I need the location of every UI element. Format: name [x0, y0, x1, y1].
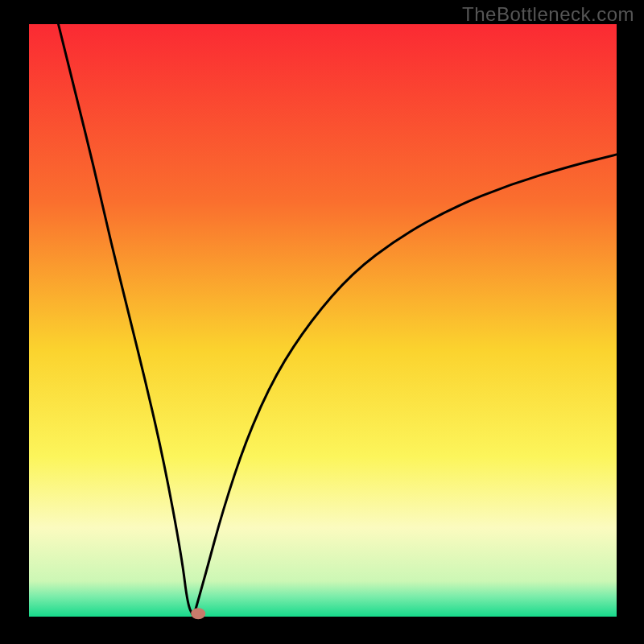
chart-frame: TheBottleneck.com: [0, 0, 644, 644]
watermark-text: TheBottleneck.com: [462, 3, 634, 26]
bottleneck-chart: [0, 0, 644, 644]
valley-marker: [191, 608, 205, 619]
plot-background: [29, 24, 617, 617]
